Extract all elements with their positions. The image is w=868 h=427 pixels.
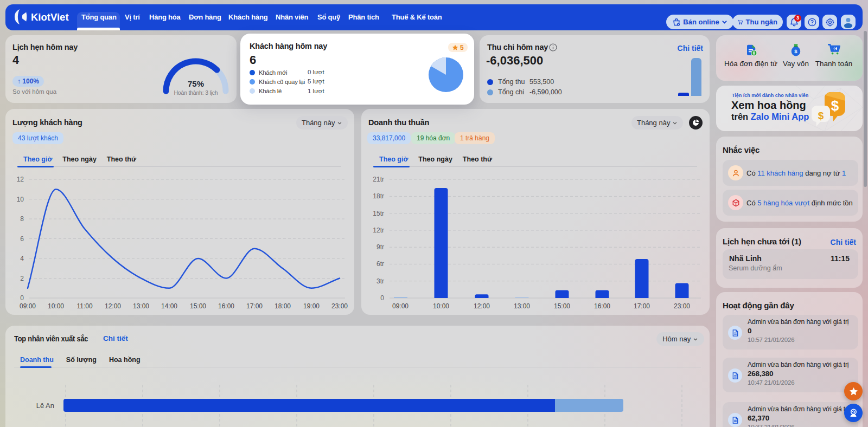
svg-text:$: $ [794,48,797,54]
svg-text:19:00: 19:00 [303,302,320,310]
svg-text:21tr: 21tr [373,176,384,183]
svg-text:6tr: 6tr [376,260,384,268]
svg-text:$: $ [831,98,839,114]
svg-text:15tr: 15tr [373,210,384,217]
svg-text:15:00: 15:00 [190,302,206,310]
svg-text:16:00: 16:00 [594,302,610,310]
svg-text:18tr: 18tr [373,192,384,200]
svg-text:23:00: 23:00 [331,302,348,310]
svg-text:3tr: 3tr [376,277,384,285]
svg-text:0: 0 [20,294,24,302]
svg-text:17:00: 17:00 [634,302,650,310]
svg-text:10: 10 [17,196,24,203]
svg-text:14:00: 14:00 [161,302,177,310]
svg-text:11:00: 11:00 [76,302,92,310]
svg-text:18:00: 18:00 [275,302,291,310]
svg-text:09:00: 09:00 [20,302,36,310]
svg-text:6: 6 [20,235,24,243]
svg-text:10:00: 10:00 [433,302,449,310]
svg-text:16:00: 16:00 [218,302,234,310]
svg-text:2: 2 [20,275,24,282]
svg-text:12: 12 [17,176,24,183]
svg-text:23:00: 23:00 [674,302,690,310]
svg-text:13:00: 13:00 [514,302,530,310]
svg-text:13:00: 13:00 [133,302,149,310]
svg-text:8: 8 [20,215,24,223]
svg-text:15:00: 15:00 [554,302,570,310]
svg-text:Lê An: Lê An [36,402,54,410]
svg-text:4: 4 [20,255,24,262]
svg-text:12tr: 12tr [373,227,384,234]
svg-text:12:00: 12:00 [105,302,121,310]
svg-text:12:00: 12:00 [474,302,490,310]
svg-text:0: 0 [380,294,384,302]
svg-text:$: $ [818,110,824,121]
svg-text:09:00: 09:00 [392,302,409,310]
svg-text:9tr: 9tr [376,243,384,251]
svg-text:17:00: 17:00 [246,302,263,310]
svg-text:10:00: 10:00 [48,302,64,310]
